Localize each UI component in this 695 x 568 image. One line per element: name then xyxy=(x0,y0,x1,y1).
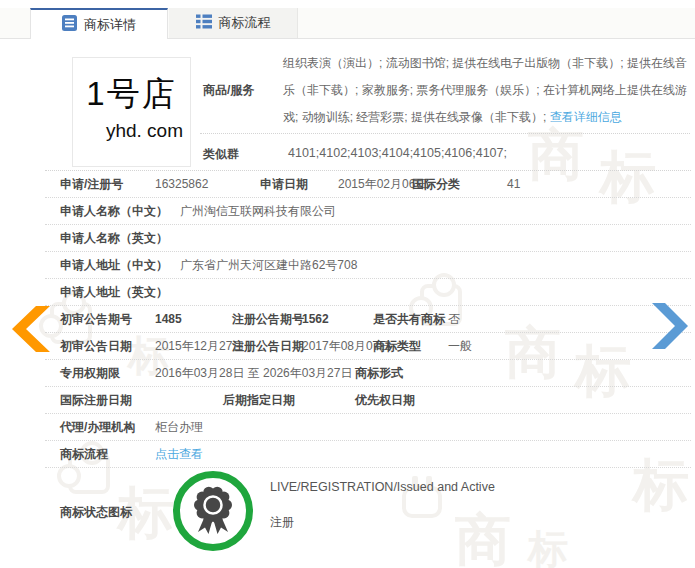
field-label: 申请/注册号 xyxy=(60,171,123,197)
trademark-logo-text: 1号店 xyxy=(73,72,190,117)
field-label: 商标类型 xyxy=(373,333,421,359)
field-label: 后期指定日期 xyxy=(223,387,295,413)
field-label: 优先权日期 xyxy=(355,387,415,413)
table-row: 申请/注册号 16325862 申请日期 2015年02月06日 国际分类 41 xyxy=(45,171,691,198)
view-process-link[interactable]: 点击查看 xyxy=(155,441,203,467)
field-label: 注册公告期号 xyxy=(232,306,304,332)
tab-bar: 商标详情 商标流程 xyxy=(0,8,695,39)
field-label: 申请人地址（中文） xyxy=(60,252,168,278)
field-label: 初审公告期号 xyxy=(60,306,132,332)
field-label: 国际注册日期 xyxy=(60,387,132,413)
table-row: 国际注册日期 后期指定日期 优先权日期 xyxy=(45,387,691,414)
table-row: 申请人地址（英文） xyxy=(45,279,691,306)
field-value: 2015年12月27日 xyxy=(155,333,244,359)
field-label: 申请人地址（英文） xyxy=(60,279,168,305)
field-value: 2016年03月28日 至 2026年03月27日 xyxy=(155,360,352,386)
trademark-detail-page: 商 标 商 标 标 商 标 标 标 商标详情 商标流程 1号店 yhd. com… xyxy=(0,0,695,568)
table-row: 申请人名称（中文） 广州淘信互联网科技有限公司 xyxy=(45,198,691,225)
field-label: 代理/办理机构 xyxy=(60,414,135,440)
trademark-logo-domain: yhd. com xyxy=(73,120,190,142)
similar-group-value: 4101;4102;4103;4104;4105;4106;4107; xyxy=(288,146,507,160)
table-row: 申请人地址（中文） 广东省广州天河区建中路62号708 xyxy=(45,252,691,279)
field-label: 是否共有商标 xyxy=(373,306,445,332)
table-row: 商标流程 点击查看 xyxy=(45,441,691,468)
field-value: 1485 xyxy=(155,306,182,332)
goods-services-value: 组织表演（演出）; 流动图书馆; 提供在线电子出版物（非下载）; 提供在线音乐（… xyxy=(283,56,687,124)
goods-services-text: 组织表演（演出）; 流动图书馆; 提供在线电子出版物（非下载）; 提供在线音乐（… xyxy=(283,50,691,131)
field-label: 商标形式 xyxy=(355,360,403,386)
field-value: 否 xyxy=(448,306,460,332)
field-label: 注册公告日期 xyxy=(232,333,304,359)
table-row: 申请人名称（英文） xyxy=(45,225,691,252)
medal-icon xyxy=(172,470,254,552)
list-icon xyxy=(196,14,212,32)
table-row: 初审公告期号 1485 注册公告期号 1562 是否共有商标 否 xyxy=(45,306,691,333)
field-label: 申请人名称（中文） xyxy=(60,198,168,224)
view-details-link[interactable]: 查看详细信息 xyxy=(550,110,622,124)
tab-trademark-details[interactable]: 商标详情 xyxy=(30,8,168,39)
field-value: 广东省广州天河区建中路62号708 xyxy=(180,252,357,278)
chevron-right-icon[interactable] xyxy=(650,300,690,352)
field-value: 广州淘信互联网科技有限公司 xyxy=(180,198,336,224)
status-text-en: LIVE/REGISTRATION/Issued and Active xyxy=(270,480,495,494)
field-label: 申请日期 xyxy=(260,171,308,197)
trademark-status-section: 商标状态图标 LIVE/REGISTRATION/Issued and Acti… xyxy=(45,468,691,560)
chevron-left-icon[interactable] xyxy=(8,302,52,356)
field-label: 国际分类 xyxy=(412,171,460,197)
goods-services-label: 商品/服务 xyxy=(203,82,254,99)
table-row: 代理/办理机构 柜台办理 xyxy=(45,414,691,441)
tab-label: 商标详情 xyxy=(84,16,136,34)
field-value: 16325862 xyxy=(155,171,208,197)
similar-group-label: 类似群 xyxy=(203,146,239,163)
field-label: 申请人名称（英文） xyxy=(60,225,168,251)
trademark-image: 1号店 yhd. com xyxy=(72,57,191,167)
tab-trademark-process[interactable]: 商标流程 xyxy=(169,8,298,38)
status-text-cn: 注册 xyxy=(270,514,294,531)
field-value: 一般 xyxy=(448,333,472,359)
status-label: 商标状态图标 xyxy=(60,504,132,521)
field-value: 1562 xyxy=(302,306,329,332)
table-row: 专用权期限 2016年03月28日 至 2026年03月27日 商标形式 xyxy=(45,360,691,387)
field-value: 柜台办理 xyxy=(155,414,203,440)
document-icon xyxy=(62,15,77,34)
field-label: 初审公告日期 xyxy=(60,333,132,359)
divider xyxy=(200,133,690,134)
tab-label: 商标流程 xyxy=(219,14,271,32)
field-value: 41 xyxy=(507,171,520,197)
table-row: 初审公告日期 2015年12月27日 注册公告日期 2017年08月07日 商标… xyxy=(45,333,691,360)
field-label: 专用权期限 xyxy=(60,360,120,386)
field-label: 商标流程 xyxy=(60,441,108,467)
